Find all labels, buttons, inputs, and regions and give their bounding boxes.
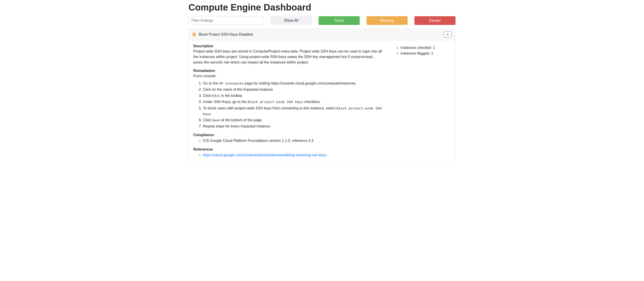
instances-flagged-stat: Instances flagged: 1 bbox=[400, 51, 451, 57]
remediation-steps-list: Go to the VM instances page by visiting … bbox=[193, 81, 382, 129]
filter-row: Show All Good Warning Danger bbox=[188, 16, 456, 25]
finding-body: Description Project-wide SSH keys are st… bbox=[189, 41, 455, 164]
collapse-toggle-button[interactable]: − bbox=[444, 32, 452, 38]
remediation-step: Click Save at the bottom of the page bbox=[203, 117, 382, 123]
finding-title: Block Project SSH Keys Disabled bbox=[199, 33, 441, 37]
description-label: Description bbox=[193, 44, 382, 48]
references-list: https://cloud.google.com/compute/docs/in… bbox=[193, 152, 382, 158]
warning-button[interactable]: Warning bbox=[366, 16, 408, 25]
page-title: Compute Engine Dashboard bbox=[188, 2, 456, 13]
remediation-intro: From console: bbox=[193, 73, 382, 79]
finding-card: ! Block Project SSH Keys Disabled − Desc… bbox=[188, 29, 456, 164]
reference-link[interactable]: https://cloud.google.com/compute/docs/in… bbox=[203, 153, 326, 157]
show-all-button[interactable]: Show All bbox=[271, 16, 312, 25]
dashboard-container: Compute Engine Dashboard Show All Good W… bbox=[185, 0, 459, 168]
description-text: Project-wide SSH keys are stored in Comp… bbox=[193, 49, 382, 65]
finding-header[interactable]: ! Block Project SSH Keys Disabled − bbox=[189, 29, 455, 41]
remediation-step: Click on the name of the Impacted instan… bbox=[203, 87, 382, 93]
remediation-step: Click Edit in the toolbar. bbox=[203, 93, 382, 99]
finding-stats-column: Instances checked: 1 Instances flagged: … bbox=[391, 44, 451, 58]
stats-list: Instances checked: 1 Instances flagged: … bbox=[391, 45, 451, 57]
remediation-step: To block users with project-wide SSH key… bbox=[203, 106, 382, 117]
references-label: References bbox=[193, 147, 382, 151]
good-button[interactable]: Good bbox=[318, 16, 360, 25]
code-block-ssh-1: Block project-wide SSH keys bbox=[248, 100, 303, 104]
finding-details-column: Description Project-wide SSH keys are st… bbox=[193, 44, 382, 160]
remediation-step: Go to the VM instances page by visiting … bbox=[203, 81, 382, 86]
instances-checked-stat: Instances checked: 1 bbox=[400, 45, 451, 51]
compliance-item: CIS Google Cloud Platform Foundations ve… bbox=[203, 138, 382, 144]
code-vm-instances: VM instances bbox=[219, 82, 244, 86]
reference-item: https://cloud.google.com/compute/docs/in… bbox=[203, 152, 382, 158]
danger-button[interactable]: Danger bbox=[414, 16, 456, 25]
compliance-label: Compliance bbox=[193, 133, 382, 137]
code-edit: Edit bbox=[212, 94, 220, 98]
compliance-list: CIS Google Cloud Platform Foundations ve… bbox=[193, 138, 382, 144]
remediation-step: Repeat steps for every impacted Instance bbox=[203, 124, 382, 129]
warning-status-icon: ! bbox=[192, 33, 196, 36]
remediation-label: Remediation bbox=[193, 69, 382, 73]
code-save: Save bbox=[212, 119, 220, 122]
filter-findings-input[interactable] bbox=[188, 16, 264, 25]
remediation-step: Under SSH Keys, go to the Block project-… bbox=[203, 99, 382, 105]
